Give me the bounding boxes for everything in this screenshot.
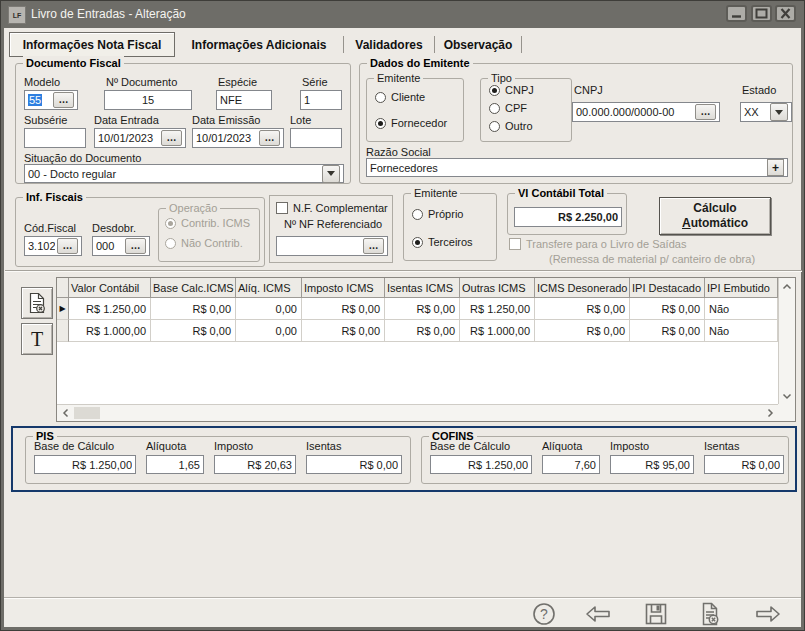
tab-informacoes-adicionais[interactable]: Informações Adicionais [175, 32, 343, 57]
group-caption: Documento Fiscal [23, 56, 124, 70]
nf-referenciado-field[interactable]: … [276, 236, 388, 256]
help-button[interactable]: ? [531, 601, 557, 627]
vertical-scrollbar[interactable] [778, 278, 795, 404]
cell[interactable]: Não [705, 298, 778, 320]
chevron-left-icon [62, 408, 69, 418]
cell[interactable]: 0,00 [236, 298, 302, 320]
cell[interactable]: R$ 0,00 [302, 320, 385, 342]
cell[interactable]: R$ 0,00 [302, 298, 385, 320]
horizontal-scrollbar[interactable] [57, 404, 778, 421]
title-bar[interactable]: LF Livro de Entradas - Alteração [1, 1, 804, 28]
vl-contabil-field[interactable]: R$ 2.250,00 [514, 207, 622, 227]
column-header-ipi-embutido[interactable]: IPI Embutido [705, 278, 778, 298]
minimize-button[interactable] [726, 5, 747, 22]
scrollbar-thumb[interactable] [74, 407, 100, 419]
scroll-down-button[interactable] [779, 388, 795, 404]
nf-complementar-checkbox[interactable]: N.F. Complementar [276, 202, 388, 214]
lote-field[interactable] [290, 128, 342, 148]
cell[interactable]: R$ 0,00 [151, 298, 236, 320]
column-header-isentas-icms[interactable]: Isentas ICMS [385, 278, 460, 298]
modelo-field[interactable]: 55 … [24, 90, 78, 110]
column-header-icms-desonerado[interactable]: ICMS Desonerado [535, 278, 630, 298]
modelo-lookup-button[interactable]: … [53, 92, 74, 108]
dataemissao-calendar-button[interactable]: … [259, 130, 280, 146]
cell[interactable]: R$ 0,00 [385, 320, 460, 342]
column-header-outras-icms[interactable]: Outras ICMS [460, 278, 535, 298]
radio-cliente[interactable]: Cliente [375, 91, 425, 103]
close-button[interactable] [775, 5, 796, 22]
estado-combobox[interactable]: XX [740, 102, 792, 122]
calculo-automatico-button[interactable]: Cálculo Automático [659, 197, 771, 235]
cnpj-field[interactable]: 00.000.000/0000-00 … [572, 102, 720, 122]
codfiscal-field[interactable]: 3.102 … [24, 236, 82, 256]
row-selector-cell[interactable] [57, 320, 69, 342]
column-header-valor-contabil[interactable]: Valor Contábil [69, 278, 151, 298]
razao-social-add-button[interactable]: + [767, 159, 784, 176]
cell[interactable]: R$ 1.250,00 [460, 298, 535, 320]
cofins-imposto-field[interactable]: R$ 95,00 [610, 455, 694, 474]
column-header-ipi-destacado[interactable]: IPI Destacado [630, 278, 705, 298]
pis-base-field[interactable]: R$ 1.250,00 [34, 455, 136, 474]
delete-document-button[interactable] [697, 601, 723, 627]
maximize-button[interactable] [751, 5, 772, 22]
column-header-base-calc-icms[interactable]: Base Calc.ICMS [151, 278, 236, 298]
radio-cnpj[interactable]: CNPJ [489, 84, 534, 96]
radio-outro[interactable]: Outro [489, 120, 533, 132]
subserie-field[interactable] [24, 128, 86, 148]
especie-field[interactable]: NFE [216, 90, 272, 110]
radio-icon [375, 92, 386, 103]
text-tool-button[interactable]: T [21, 323, 53, 355]
estado-dropdown-button[interactable] [770, 103, 788, 121]
table-row[interactable]: ▶ R$ 1.250,00 R$ 0,00 0,00 R$ 0,00 R$ 0,… [57, 298, 795, 320]
radio-label: Outro [505, 120, 533, 132]
dataentrada-field[interactable]: 10/01/2023 … [94, 128, 186, 148]
previous-record-button[interactable] [585, 601, 611, 627]
cell[interactable]: Não [705, 320, 778, 342]
cell[interactable]: 0,00 [236, 320, 302, 342]
scroll-up-button[interactable] [779, 278, 795, 294]
desdobr-field[interactable]: 000 … [92, 236, 150, 256]
column-header-imposto-icms[interactable]: Imposto ICMS [302, 278, 385, 298]
radio-cpf[interactable]: CPF [489, 102, 527, 114]
cnpj-lookup-button[interactable]: … [695, 104, 716, 120]
table-row[interactable]: R$ 1.000,00 R$ 0,00 0,00 R$ 0,00 R$ 0,00… [57, 320, 795, 342]
pis-aliquota-field[interactable]: 1,65 [146, 455, 204, 474]
situacao-combobox[interactable]: 00 - Docto regular [24, 164, 344, 183]
row-selector-cell[interactable]: ▶ [57, 298, 69, 320]
razao-social-field[interactable]: Fornecedores + [366, 158, 788, 177]
pis-isentas-field[interactable]: R$ 0,00 [306, 455, 402, 474]
cell[interactable]: R$ 0,00 [535, 320, 630, 342]
cofins-isentas-field[interactable]: R$ 0,00 [704, 455, 784, 474]
situacao-dropdown-button[interactable] [322, 165, 340, 183]
cell[interactable]: R$ 1.000,00 [69, 320, 151, 342]
next-record-button[interactable] [755, 601, 781, 627]
delete-record-button[interactable] [21, 287, 53, 319]
serie-field[interactable]: 1 [300, 90, 342, 110]
cell[interactable]: R$ 1.250,00 [69, 298, 151, 320]
cell[interactable]: R$ 0,00 [535, 298, 630, 320]
cell[interactable]: R$ 0,00 [630, 320, 705, 342]
radio-terceiros[interactable]: Terceiros [412, 236, 473, 248]
tab-validadores[interactable]: Validadores [344, 32, 434, 57]
radio-fornecedor[interactable]: Fornecedor [375, 117, 447, 129]
numdoc-field[interactable]: 15 [104, 90, 192, 110]
column-header-aliq-icms[interactable]: Alíq. ICMS [236, 278, 302, 298]
cell[interactable]: R$ 0,00 [630, 298, 705, 320]
save-button[interactable] [643, 601, 669, 627]
desdobr-lookup-button[interactable]: … [125, 238, 146, 254]
dataentrada-calendar-button[interactable]: … [161, 130, 182, 146]
cell[interactable]: R$ 1.000,00 [460, 320, 535, 342]
tab-informacoes-nota-fiscal[interactable]: Informações Nota Fiscal [9, 32, 175, 57]
cell[interactable]: R$ 0,00 [385, 298, 460, 320]
codfiscal-lookup-button[interactable]: … [57, 238, 78, 254]
scroll-left-button[interactable] [57, 405, 73, 421]
cofins-aliquota-field[interactable]: 7,60 [542, 455, 600, 474]
scroll-right-button[interactable] [762, 405, 778, 421]
dataemissao-field[interactable]: 10/01/2023 … [192, 128, 284, 148]
cell[interactable]: R$ 0,00 [151, 320, 236, 342]
nf-referenciado-lookup-button[interactable]: … [363, 238, 384, 254]
tab-observacao[interactable]: Observação [435, 32, 521, 57]
radio-proprio[interactable]: Próprio [412, 208, 463, 220]
pis-imposto-field[interactable]: R$ 20,63 [214, 455, 296, 474]
cofins-base-field[interactable]: R$ 1.250,00 [430, 455, 532, 474]
